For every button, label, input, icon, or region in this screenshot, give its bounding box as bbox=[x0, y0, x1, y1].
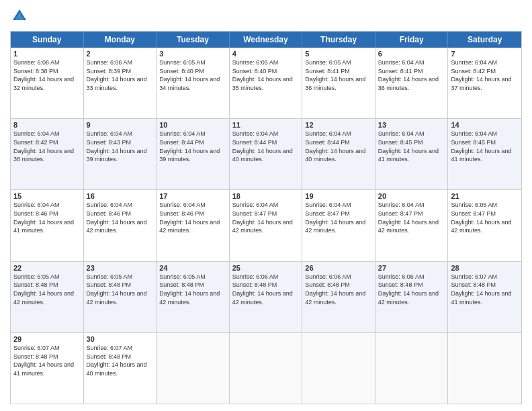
calendar-cell: 5 Sunrise: 6:05 AMSunset: 8:41 PMDayligh… bbox=[302, 48, 375, 118]
weekday-header-friday: Friday bbox=[375, 32, 449, 48]
cell-info: Sunrise: 6:04 AMSunset: 8:42 PMDaylight:… bbox=[13, 130, 74, 163]
day-number: 29 bbox=[13, 335, 81, 343]
calendar-body: 1 Sunrise: 6:06 AMSunset: 8:38 PMDayligh… bbox=[11, 48, 521, 404]
cell-info: Sunrise: 6:05 AMSunset: 8:41 PMDaylight:… bbox=[305, 59, 365, 91]
weekday-header-saturday: Saturday bbox=[448, 32, 521, 48]
calendar-cell: 7 Sunrise: 6:04 AMSunset: 8:42 PMDayligh… bbox=[448, 48, 521, 118]
cell-info: Sunrise: 6:05 AMSunset: 8:48 PMDaylight:… bbox=[13, 273, 74, 306]
cell-info: Sunrise: 6:06 AMSunset: 8:48 PMDaylight:… bbox=[378, 273, 439, 306]
cell-info: Sunrise: 6:04 AMSunset: 8:44 PMDaylight:… bbox=[232, 130, 293, 163]
cell-info: Sunrise: 6:04 AMSunset: 8:43 PMDaylight:… bbox=[87, 130, 147, 163]
logo bbox=[10, 7, 32, 26]
day-number: 5 bbox=[305, 50, 372, 58]
day-number: 2 bbox=[87, 50, 154, 58]
cell-info: Sunrise: 6:05 AMSunset: 8:47 PMDaylight:… bbox=[451, 201, 511, 234]
day-number: 18 bbox=[232, 192, 300, 200]
calendar-cell: 3 Sunrise: 6:05 AMSunset: 8:40 PMDayligh… bbox=[157, 48, 230, 118]
header bbox=[10, 7, 522, 26]
day-number: 9 bbox=[87, 121, 154, 129]
calendar-cell: 14 Sunrise: 6:04 AMSunset: 8:45 PMDaylig… bbox=[448, 119, 521, 189]
calendar-cell bbox=[302, 333, 375, 404]
day-number: 8 bbox=[13, 121, 81, 129]
cell-info: Sunrise: 6:06 AMSunset: 8:38 PMDaylight:… bbox=[13, 59, 74, 91]
calendar-header: SundayMondayTuesdayWednesdayThursdayFrid… bbox=[11, 32, 521, 48]
calendar-cell bbox=[230, 333, 303, 404]
calendar-row-1: 8 Sunrise: 6:04 AMSunset: 8:42 PMDayligh… bbox=[11, 119, 521, 190]
calendar-cell: 28 Sunrise: 6:07 AMSunset: 8:48 PMDaylig… bbox=[448, 262, 521, 332]
page: SundayMondayTuesdayWednesdayThursdayFrid… bbox=[0, 0, 532, 411]
calendar-cell: 27 Sunrise: 6:06 AMSunset: 8:48 PMDaylig… bbox=[375, 262, 449, 332]
calendar-row-3: 22 Sunrise: 6:05 AMSunset: 8:48 PMDaylig… bbox=[11, 262, 521, 333]
cell-info: Sunrise: 6:04 AMSunset: 8:44 PMDaylight:… bbox=[305, 130, 365, 163]
calendar-cell: 15 Sunrise: 6:04 AMSunset: 8:46 PMDaylig… bbox=[11, 190, 84, 261]
calendar-cell: 16 Sunrise: 6:04 AMSunset: 8:46 PMDaylig… bbox=[84, 190, 157, 261]
day-number: 6 bbox=[378, 50, 445, 58]
calendar-cell: 23 Sunrise: 6:05 AMSunset: 8:48 PMDaylig… bbox=[84, 262, 157, 332]
calendar-cell: 25 Sunrise: 6:06 AMSunset: 8:48 PMDaylig… bbox=[230, 262, 303, 332]
calendar-cell: 29 Sunrise: 6:07 AMSunset: 8:48 PMDaylig… bbox=[11, 333, 84, 404]
day-number: 16 bbox=[87, 192, 154, 200]
day-number: 11 bbox=[232, 121, 300, 129]
weekday-header-tuesday: Tuesday bbox=[157, 32, 230, 48]
day-number: 15 bbox=[13, 192, 81, 200]
day-number: 13 bbox=[378, 121, 445, 129]
calendar-cell: 10 Sunrise: 6:04 AMSunset: 8:44 PMDaylig… bbox=[157, 119, 230, 189]
calendar-cell: 24 Sunrise: 6:05 AMSunset: 8:48 PMDaylig… bbox=[157, 262, 230, 332]
cell-info: Sunrise: 6:04 AMSunset: 8:47 PMDaylight:… bbox=[378, 201, 439, 234]
cell-info: Sunrise: 6:05 AMSunset: 8:48 PMDaylight:… bbox=[159, 273, 220, 306]
cell-info: Sunrise: 6:04 AMSunset: 8:47 PMDaylight:… bbox=[232, 201, 293, 234]
cell-info: Sunrise: 6:07 AMSunset: 8:48 PMDaylight:… bbox=[451, 273, 511, 306]
day-number: 24 bbox=[159, 264, 226, 272]
calendar-cell: 17 Sunrise: 6:04 AMSunset: 8:46 PMDaylig… bbox=[157, 190, 230, 261]
cell-info: Sunrise: 6:05 AMSunset: 8:48 PMDaylight:… bbox=[87, 273, 147, 306]
day-number: 17 bbox=[159, 192, 226, 200]
cell-info: Sunrise: 6:06 AMSunset: 8:39 PMDaylight:… bbox=[87, 59, 147, 91]
day-number: 14 bbox=[451, 121, 519, 129]
day-number: 7 bbox=[451, 50, 519, 58]
day-number: 25 bbox=[232, 264, 300, 272]
cell-info: Sunrise: 6:04 AMSunset: 8:42 PMDaylight:… bbox=[451, 59, 511, 91]
calendar-cell: 22 Sunrise: 6:05 AMSunset: 8:48 PMDaylig… bbox=[11, 262, 84, 332]
calendar-cell: 19 Sunrise: 6:04 AMSunset: 8:47 PMDaylig… bbox=[302, 190, 375, 261]
day-number: 28 bbox=[451, 264, 519, 272]
calendar-cell: 1 Sunrise: 6:06 AMSunset: 8:38 PMDayligh… bbox=[11, 48, 84, 118]
calendar-cell bbox=[157, 333, 230, 404]
cell-info: Sunrise: 6:06 AMSunset: 8:48 PMDaylight:… bbox=[232, 273, 293, 306]
day-number: 21 bbox=[451, 192, 519, 200]
calendar-row-4: 29 Sunrise: 6:07 AMSunset: 8:48 PMDaylig… bbox=[11, 333, 521, 404]
day-number: 26 bbox=[305, 264, 372, 272]
day-number: 27 bbox=[378, 264, 445, 272]
cell-info: Sunrise: 6:04 AMSunset: 8:46 PMDaylight:… bbox=[159, 201, 220, 234]
calendar-cell: 12 Sunrise: 6:04 AMSunset: 8:44 PMDaylig… bbox=[302, 119, 375, 189]
calendar-cell: 9 Sunrise: 6:04 AMSunset: 8:43 PMDayligh… bbox=[84, 119, 157, 189]
calendar-cell: 6 Sunrise: 6:04 AMSunset: 8:41 PMDayligh… bbox=[375, 48, 449, 118]
calendar-cell bbox=[448, 333, 521, 404]
calendar-cell bbox=[375, 333, 449, 404]
calendar: SundayMondayTuesdayWednesdayThursdayFrid… bbox=[10, 31, 522, 404]
cell-info: Sunrise: 6:04 AMSunset: 8:45 PMDaylight:… bbox=[378, 130, 439, 163]
logo-icon bbox=[10, 7, 29, 26]
day-number: 20 bbox=[378, 192, 445, 200]
calendar-cell: 18 Sunrise: 6:04 AMSunset: 8:47 PMDaylig… bbox=[230, 190, 303, 261]
calendar-cell: 2 Sunrise: 6:06 AMSunset: 8:39 PMDayligh… bbox=[84, 48, 157, 118]
cell-info: Sunrise: 6:07 AMSunset: 8:48 PMDaylight:… bbox=[13, 345, 74, 377]
cell-info: Sunrise: 6:04 AMSunset: 8:41 PMDaylight:… bbox=[378, 59, 439, 91]
weekday-header-monday: Monday bbox=[84, 32, 157, 48]
cell-info: Sunrise: 6:04 AMSunset: 8:47 PMDaylight:… bbox=[305, 201, 365, 234]
cell-info: Sunrise: 6:04 AMSunset: 8:46 PMDaylight:… bbox=[87, 201, 147, 234]
calendar-cell: 26 Sunrise: 6:06 AMSunset: 8:48 PMDaylig… bbox=[302, 262, 375, 332]
cell-info: Sunrise: 6:05 AMSunset: 8:40 PMDaylight:… bbox=[232, 59, 293, 91]
cell-info: Sunrise: 6:06 AMSunset: 8:48 PMDaylight:… bbox=[305, 273, 365, 306]
cell-info: Sunrise: 6:04 AMSunset: 8:46 PMDaylight:… bbox=[13, 201, 74, 234]
day-number: 30 bbox=[87, 335, 154, 343]
cell-info: Sunrise: 6:04 AMSunset: 8:45 PMDaylight:… bbox=[451, 130, 511, 163]
day-number: 10 bbox=[159, 121, 226, 129]
cell-info: Sunrise: 6:05 AMSunset: 8:40 PMDaylight:… bbox=[159, 59, 220, 91]
calendar-cell: 4 Sunrise: 6:05 AMSunset: 8:40 PMDayligh… bbox=[230, 48, 303, 118]
calendar-cell: 11 Sunrise: 6:04 AMSunset: 8:44 PMDaylig… bbox=[230, 119, 303, 189]
day-number: 3 bbox=[159, 50, 226, 58]
day-number: 12 bbox=[305, 121, 372, 129]
calendar-cell: 21 Sunrise: 6:05 AMSunset: 8:47 PMDaylig… bbox=[448, 190, 521, 261]
day-number: 4 bbox=[232, 50, 300, 58]
calendar-cell: 13 Sunrise: 6:04 AMSunset: 8:45 PMDaylig… bbox=[375, 119, 449, 189]
